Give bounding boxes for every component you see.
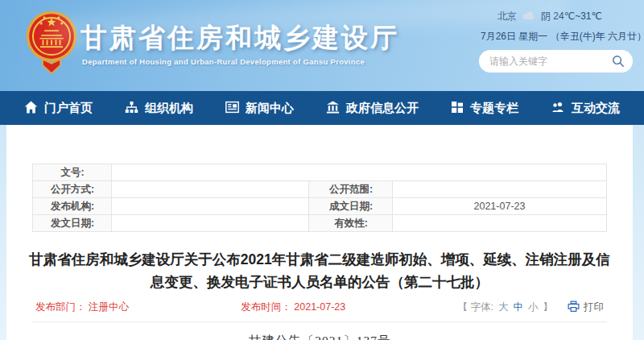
weather-bar: 北京 阴 24℃~31℃ xyxy=(497,10,602,23)
nav-label: 专题专栏 xyxy=(470,101,518,116)
font-size-small-button[interactable]: 小 xyxy=(528,301,539,314)
nav-label: 新闻中心 xyxy=(246,101,294,116)
validity-label: 有效性: xyxy=(309,215,393,232)
official-doc-number: 甘建公告〔2021〕137号 xyxy=(6,333,633,340)
search-box[interactable] xyxy=(479,50,633,73)
font-size-widget: 【 字体: 大 中 小 】 xyxy=(458,301,553,314)
validity-value xyxy=(393,215,606,232)
font-widget-suffix: 】 xyxy=(543,301,554,314)
article-meta-bar: 发布部门： 注册中心 发布时间： 2021-07-23 【 字体: 大 中 小 … xyxy=(32,301,607,322)
search-input[interactable] xyxy=(489,51,606,72)
publish-department-value: 注册中心 xyxy=(89,301,129,313)
publish-department-label: 发布部门： xyxy=(35,301,86,313)
issuing-agency-value xyxy=(112,198,309,215)
meta-actions: 【 字体: 大 中 小 】 打印 xyxy=(458,301,604,315)
nav-label: 互动交流 xyxy=(572,101,620,116)
table-row: 文号: xyxy=(33,164,606,181)
site-banner: 甘肃省住房和城乡建设厅 Department of Housing and Ur… xyxy=(0,0,644,91)
written-date-value: 2021-07-23 xyxy=(393,198,606,215)
open-method-value xyxy=(112,181,309,198)
document-info-table: 文号: 公开方式: 公开范围: 发布机构: 成文日期: 2021-07-23 发… xyxy=(32,164,606,232)
people-icon xyxy=(551,101,565,116)
nav-item-home[interactable]: 门户首页 xyxy=(24,101,93,116)
nav-label: 组织机构 xyxy=(145,101,193,116)
grid-icon xyxy=(451,101,464,116)
issue-date-label: 发文日期: xyxy=(33,215,112,232)
font-widget-prefix: 【 字体: xyxy=(458,301,493,314)
printer-icon xyxy=(568,301,580,315)
site-subtitle: Department of Housing and Urban-Rural De… xyxy=(82,57,365,66)
open-method-label: 公开方式: xyxy=(33,181,112,198)
gov-building-icon xyxy=(326,101,340,116)
nav-item-gov-info[interactable]: 政府信息公开 xyxy=(326,101,419,116)
publish-time-value: 2021-07-23 xyxy=(294,301,345,313)
table-row: 发布机构: 成文日期: 2021-07-23 xyxy=(33,198,606,215)
nav-item-special-topics[interactable]: 专题专栏 xyxy=(451,101,518,116)
home-icon xyxy=(24,101,38,116)
table-row: 公开方式: 公开范围: xyxy=(33,181,606,198)
doc-number-label: 文号: xyxy=(33,164,112,181)
publish-time-label: 发布时间： xyxy=(241,301,291,313)
content-panel: 文号: 公开方式: 公开范围: 发布机构: 成文日期: 2021-07-23 发… xyxy=(6,125,633,340)
doc-number-value xyxy=(112,164,606,181)
sitemap-icon xyxy=(125,101,138,116)
weather-condition: 阴 24℃~31℃ xyxy=(541,10,602,23)
font-size-large-button[interactable]: 大 xyxy=(498,301,509,314)
news-icon xyxy=(225,101,239,116)
print-label: 打印 xyxy=(584,301,604,314)
open-scope-label: 公开范围: xyxy=(309,181,393,198)
issuing-agency-label: 发布机构: xyxy=(33,198,112,215)
nav-label: 政府信息公开 xyxy=(346,101,419,116)
nav-label: 门户首页 xyxy=(44,101,93,116)
nav-item-interaction[interactable]: 互动交流 xyxy=(551,101,620,116)
nav-item-news[interactable]: 新闻中心 xyxy=(225,101,294,116)
weather-city: 北京 xyxy=(497,10,517,23)
search-icon[interactable] xyxy=(612,55,625,71)
open-scope-value xyxy=(393,181,606,198)
cloud-icon xyxy=(522,11,535,23)
font-size-medium-button[interactable]: 中 xyxy=(514,301,524,314)
written-date-label: 成文日期: xyxy=(309,198,393,215)
date-line: 7月26日 星期一 （辛丑(牛)年 六月廿） xyxy=(481,30,644,44)
nav-item-organization[interactable]: 组织机构 xyxy=(125,101,193,116)
main-nav: 门户首页 组织机构 新闻中心 xyxy=(0,91,644,125)
issue-date-value xyxy=(112,215,309,232)
table-row: 发文日期: 有效性: xyxy=(33,215,606,232)
site-title: 甘肃省住房和城乡建设厅 xyxy=(80,20,399,56)
article-title: 甘肃省住房和城乡建设厅关于公布2021年甘肃省二级建造师初始、增项、延续、注销注… xyxy=(28,248,611,294)
print-button[interactable]: 打印 xyxy=(568,301,604,315)
national-emblem-icon xyxy=(26,10,77,80)
publish-department: 发布部门： 注册中心 xyxy=(35,301,129,314)
publish-time: 发布时间： 2021-07-23 xyxy=(241,301,345,314)
